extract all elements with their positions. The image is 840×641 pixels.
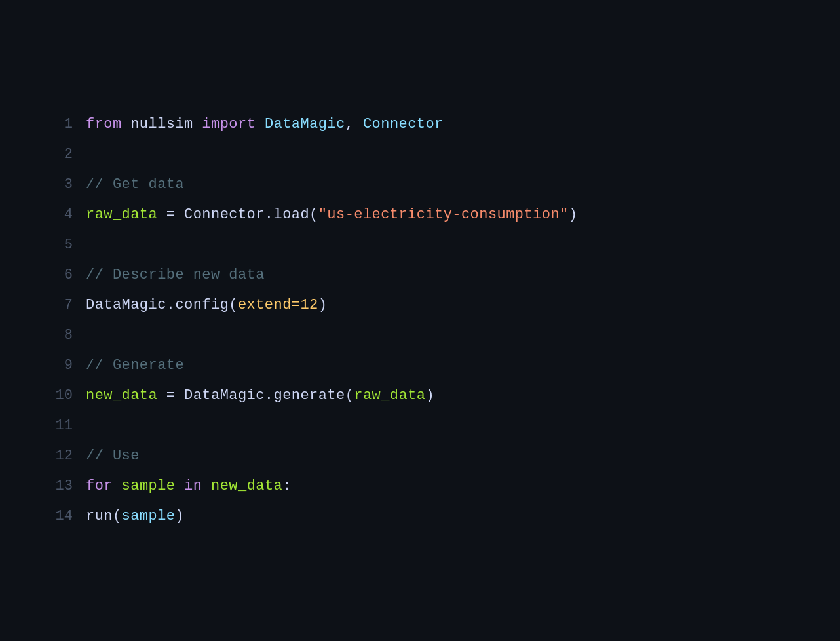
- line-number: 2: [47, 140, 86, 170]
- token: Connector: [363, 116, 444, 132]
- token: ): [569, 206, 578, 223]
- line-content: for sample in new_data:: [86, 471, 292, 501]
- line-content: // Use: [86, 441, 140, 471]
- token: = DataMagic.generate(: [157, 387, 354, 404]
- token: ,: [345, 116, 363, 132]
- code-line: 7DataMagic.config(extend=12): [47, 290, 793, 320]
- line-content: run(sample): [86, 501, 184, 532]
- token: :: [282, 478, 292, 494]
- token: in: [184, 478, 202, 494]
- code-line: 1from nullsim import DataMagic, Connecto…: [47, 109, 793, 140]
- token: // Describe new data: [86, 267, 265, 283]
- code-line: 10new_data = DataMagic.generate(raw_data…: [47, 381, 793, 411]
- code-block: 1from nullsim import DataMagic, Connecto…: [47, 109, 793, 532]
- token: from: [86, 116, 122, 132]
- token: sample: [122, 508, 176, 524]
- token: "us-electricity-consumption": [318, 206, 569, 223]
- line-content: // Describe new data: [86, 260, 265, 290]
- token: extend=12: [238, 297, 318, 313]
- token: [256, 116, 265, 132]
- token: ): [318, 297, 328, 313]
- line-number: 6: [47, 260, 86, 290]
- token: // Generate: [86, 357, 184, 374]
- code-line: 6// Describe new data: [47, 260, 793, 290]
- token: ): [425, 387, 434, 404]
- token: DataMagic.config(: [86, 297, 238, 313]
- token: [202, 478, 211, 494]
- token: raw_data: [354, 387, 425, 404]
- line-number: 4: [47, 200, 86, 230]
- code-line: 9// Generate: [47, 351, 793, 381]
- line-content: new_data = DataMagic.generate(raw_data): [86, 381, 434, 411]
- token: new_data: [211, 478, 282, 494]
- line-number: 5: [47, 230, 86, 260]
- code-line: 14 run(sample): [47, 501, 793, 532]
- code-line: 12// Use: [47, 441, 793, 471]
- code-editor: 1from nullsim import DataMagic, Connecto…: [33, 83, 807, 558]
- line-number: 1: [47, 109, 86, 140]
- token: run(: [86, 508, 122, 524]
- line-content: // Generate: [86, 351, 184, 381]
- line-number: 14: [47, 501, 86, 532]
- code-line: 3// Get data: [47, 170, 793, 200]
- line-number: 10: [47, 381, 86, 411]
- code-line: 11: [47, 411, 793, 441]
- token: nullsim: [122, 116, 202, 132]
- token: [175, 478, 184, 494]
- token: import: [202, 116, 256, 132]
- line-content: // Get data: [86, 170, 184, 200]
- line-content: from nullsim import DataMagic, Connector: [86, 109, 444, 140]
- code-line: 13for sample in new_data:: [47, 471, 793, 501]
- token: DataMagic: [265, 116, 345, 132]
- token: = Connector.load(: [157, 206, 318, 223]
- token: // Get data: [86, 176, 184, 193]
- code-line: 4raw_data = Connector.load("us-electrici…: [47, 200, 793, 230]
- line-number: 11: [47, 411, 86, 441]
- token: [113, 478, 122, 494]
- code-line: 2: [47, 140, 793, 170]
- token: sample: [122, 478, 176, 494]
- line-content: DataMagic.config(extend=12): [86, 290, 327, 320]
- line-number: 13: [47, 471, 86, 501]
- token: for: [86, 478, 113, 494]
- line-number: 7: [47, 290, 86, 320]
- token: ): [175, 508, 184, 524]
- line-number: 12: [47, 441, 86, 471]
- line-number: 3: [47, 170, 86, 200]
- line-content: raw_data = Connector.load("us-electricit…: [86, 200, 577, 230]
- token: // Use: [86, 448, 140, 464]
- token: new_data: [86, 387, 157, 404]
- line-number: 8: [47, 320, 86, 351]
- line-number: 9: [47, 351, 86, 381]
- code-line: 5: [47, 230, 793, 260]
- code-line: 8: [47, 320, 793, 351]
- token: raw_data: [86, 206, 157, 223]
